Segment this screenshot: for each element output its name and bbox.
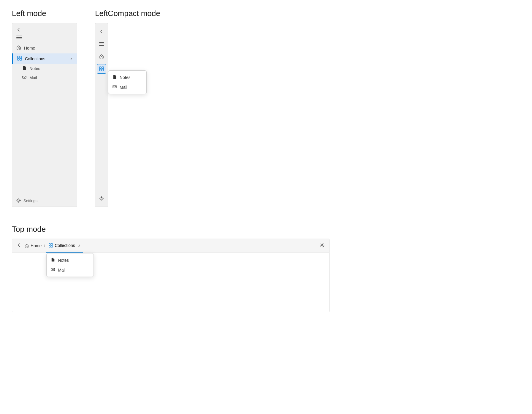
left-sidebar: Home Collections ∧ bbox=[12, 23, 77, 207]
svg-rect-7 bbox=[99, 44, 104, 44]
collections-icon bbox=[17, 56, 22, 61]
svg-rect-1 bbox=[20, 56, 22, 58]
top-dropdown-notes-item[interactable]: Notes bbox=[47, 255, 94, 265]
flyout-note-icon bbox=[113, 75, 117, 80]
svg-rect-10 bbox=[102, 67, 104, 69]
svg-rect-0 bbox=[18, 56, 19, 58]
flyout-mail-label: Mail bbox=[120, 85, 127, 90]
note-icon bbox=[22, 66, 26, 71]
sidebar-item-home[interactable]: Home bbox=[12, 43, 77, 53]
svg-point-5 bbox=[18, 200, 20, 202]
compact-sidebar bbox=[95, 23, 108, 207]
top-mode-bar: Home / Collections ∧ bbox=[12, 239, 330, 253]
compact-back-button[interactable] bbox=[97, 27, 106, 36]
svg-point-20 bbox=[322, 245, 323, 246]
home-icon bbox=[16, 45, 21, 51]
top-mode-home-item[interactable]: Home bbox=[25, 243, 42, 248]
svg-rect-18 bbox=[51, 246, 53, 247]
hamburger-button[interactable] bbox=[16, 36, 22, 40]
sidebar-item-collections[interactable]: Collections ∧ bbox=[12, 53, 77, 64]
svg-rect-17 bbox=[49, 246, 50, 247]
flyout-mail-item[interactable]: Mail bbox=[108, 82, 146, 92]
svg-point-13 bbox=[101, 198, 102, 199]
flyout-mail-icon bbox=[113, 85, 117, 90]
breadcrumb-separator: / bbox=[44, 243, 45, 248]
compact-hamburger-button[interactable] bbox=[97, 39, 106, 49]
svg-rect-19 bbox=[51, 268, 55, 271]
svg-rect-12 bbox=[102, 69, 104, 71]
top-mode-collections-label: Collections bbox=[55, 243, 75, 248]
top-dropdown-mail-item[interactable]: Mail bbox=[47, 265, 94, 275]
svg-rect-3 bbox=[20, 58, 22, 60]
top-mode-title: Top mode bbox=[12, 225, 520, 234]
compact-flyout-popup: Notes Mail bbox=[108, 70, 147, 94]
settings-label: Settings bbox=[23, 199, 37, 203]
sidebar-subitem-mail[interactable]: Mail bbox=[12, 73, 77, 82]
svg-rect-15 bbox=[49, 244, 50, 245]
compact-settings-button[interactable] bbox=[97, 193, 106, 203]
top-dropdown-notes-label: Notes bbox=[58, 258, 69, 263]
svg-rect-14 bbox=[113, 85, 116, 88]
svg-rect-4 bbox=[23, 76, 26, 78]
flyout-notes-label: Notes bbox=[120, 75, 131, 80]
sidebar-subitem-notes[interactable]: Notes bbox=[12, 64, 77, 73]
back-button[interactable] bbox=[16, 27, 22, 33]
top-dropdown-note-icon bbox=[51, 258, 55, 263]
chevron-up-icon: ∧ bbox=[78, 244, 80, 248]
home-label: Home bbox=[24, 46, 35, 50]
top-mode-settings-button[interactable] bbox=[320, 243, 324, 249]
top-mode-home-label: Home bbox=[31, 243, 42, 248]
mail-label: Mail bbox=[29, 75, 37, 80]
left-mode-title: Left mode bbox=[12, 9, 77, 18]
left-compact-mode-title: LeftCompact mode bbox=[95, 9, 160, 18]
svg-rect-9 bbox=[99, 67, 101, 69]
left-compact-container: Notes Mail bbox=[95, 23, 160, 207]
top-mode-back-button[interactable] bbox=[17, 243, 21, 248]
svg-rect-2 bbox=[18, 58, 19, 60]
chevron-up-icon: ∧ bbox=[70, 57, 73, 61]
collections-label: Collections bbox=[25, 56, 70, 61]
svg-rect-16 bbox=[51, 244, 53, 245]
mail-icon bbox=[22, 75, 26, 80]
compact-collections-button[interactable] bbox=[97, 64, 106, 74]
settings-button[interactable]: Settings bbox=[12, 195, 77, 207]
compact-home-button[interactable] bbox=[97, 52, 106, 61]
svg-rect-6 bbox=[99, 42, 104, 43]
top-dropdown-mail-label: Mail bbox=[58, 268, 66, 272]
notes-label: Notes bbox=[29, 66, 40, 71]
flyout-notes-item[interactable]: Notes bbox=[108, 72, 146, 82]
top-mode-collections-tab[interactable]: Collections ∧ Notes bbox=[46, 239, 83, 253]
top-mode-dropdown: Notes Mail bbox=[46, 253, 94, 277]
top-mode-section: Top mode Home / bbox=[12, 225, 520, 312]
svg-rect-8 bbox=[99, 45, 104, 46]
top-dropdown-mail-icon bbox=[51, 267, 55, 272]
svg-rect-11 bbox=[99, 69, 101, 71]
